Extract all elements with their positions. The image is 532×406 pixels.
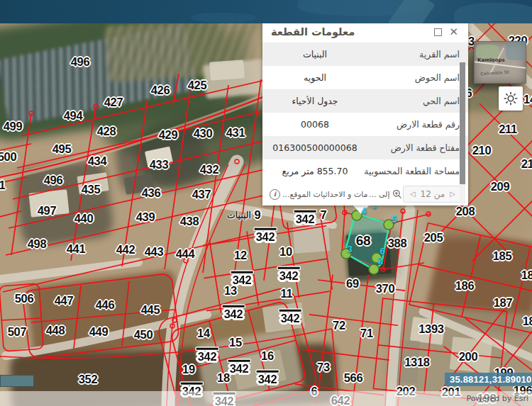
field-label: اسم القرية [362, 49, 460, 60]
terrain-patch [209, 60, 245, 80]
parcel-info-popup: معلومات القطعة ✕ اسم القريةالبنياتاسم ال… [262, 20, 468, 205]
field-label: اسم الحي [362, 96, 460, 106]
pager-next-icon[interactable]: ▷ [450, 191, 455, 198]
location-info-link[interactable]: i ...مات و الاحداثيات الموقع [270, 189, 368, 200]
popup-row: اسم الحيجدول الأحياء [262, 89, 468, 113]
field-label: اسم الحوض [362, 72, 460, 83]
dock-icon[interactable] [434, 28, 442, 36]
map-viewport[interactable]: 4964264254274944994284294304314955004344… [0, 0, 532, 406]
popup-row: رقم قطعة الارض00068 [262, 113, 468, 136]
basemap-edge-strip [0, 0, 532, 23]
popup-row: اسم القريةالبنيات [262, 43, 468, 66]
terrain-patch [262, 302, 305, 332]
inset-water-patch [506, 42, 526, 60]
popup-row: اسم الحوضالحويه [262, 66, 468, 89]
popup-scrollbar [460, 62, 465, 204]
field-value: جدول الأحياء [268, 96, 362, 106]
terrain-patch [26, 270, 182, 361]
zoom-in-magnifier-icon [392, 189, 402, 199]
coordinates-readout: 35.88121,31.89010 [445, 373, 532, 386]
attribution-text: Powered by Esri [466, 394, 528, 403]
field-label: رقم قطعة الارض [362, 119, 460, 130]
field-value: البنيات [268, 49, 362, 60]
field-label: مساحة القطعة المحسوبية [362, 166, 460, 176]
pager-text: من 12 [421, 189, 445, 199]
pager-prev-icon[interactable]: ◁ [410, 191, 416, 198]
sun-button[interactable] [499, 86, 523, 111]
scrollbar-thumb[interactable] [460, 62, 465, 184]
attribution-bar: Powered by Esri [0, 391, 532, 406]
sun-icon [503, 91, 519, 106]
field-value: 00068 [268, 119, 362, 130]
field-label: مفتاح قطعة الارض [362, 142, 460, 153]
overview-inset-map[interactable]: Kamloops Columbia St [474, 41, 526, 84]
popup-footer: i ...مات و الاحداثيات الموقع ... إلى ◁ م… [262, 183, 468, 205]
location-info-label: ...مات و الاحداثيات الموقع [282, 190, 368, 199]
popup-pager: ◁ من 12 ▷ [403, 186, 462, 203]
zoom-to-label: ... إلى [369, 190, 390, 199]
info-circle-icon: i [270, 189, 280, 200]
terrain-patch [389, 339, 420, 384]
terrain-patch [450, 337, 493, 373]
popup-title: معلومات القطعة [271, 26, 355, 38]
field-value: 855.70 متر مربع [268, 166, 362, 176]
field-value: 016300500000068 [268, 142, 362, 153]
terrain-patch [28, 189, 69, 217]
close-icon[interactable]: ✕ [449, 27, 458, 38]
zoom-to-link[interactable]: ... إلى [369, 189, 402, 199]
terrain-patch [346, 232, 392, 276]
field-value: الحويه [268, 72, 362, 83]
terrain-patch [293, 221, 331, 253]
popup-row: مفتاح قطعة الارض016300500000068 [262, 136, 468, 159]
inset-street-label: Columbia St [480, 69, 509, 77]
attribute-table: اسم القريةالبنياتاسم الحوضالحويهاسم الحي… [262, 43, 468, 183]
inset-city-label: Kamloops [477, 57, 505, 63]
inset-park-patch [476, 45, 499, 59]
popup-row: مساحة القطعة المحسوبية855.70 متر مربع [262, 159, 468, 183]
scalebar-fragment [0, 375, 34, 387]
popup-anchor-arrow [352, 204, 370, 214]
terrain-patch [383, 213, 426, 241]
